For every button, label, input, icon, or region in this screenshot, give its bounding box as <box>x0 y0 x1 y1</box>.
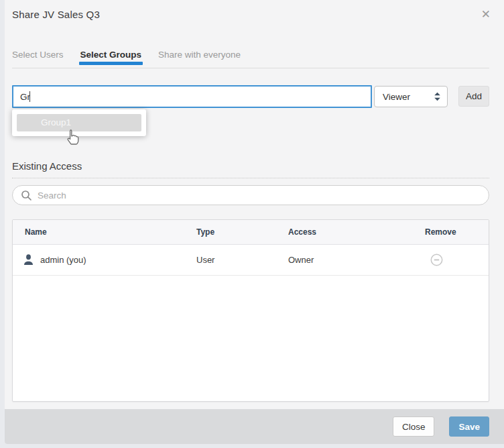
text-caret <box>29 91 30 102</box>
add-button[interactable]: Add <box>458 86 489 107</box>
search-box <box>12 185 489 205</box>
share-dialog: Share JV Sales Q3 ✕ Select Users Select … <box>5 0 504 444</box>
remove-cell <box>425 254 489 266</box>
access-entry-access: Owner <box>288 255 425 265</box>
access-table: Name Type Access Remove admin (you) User… <box>12 219 489 402</box>
group-search-input[interactable] <box>12 85 372 108</box>
close-icon[interactable]: ✕ <box>479 6 493 23</box>
save-button[interactable]: Save <box>449 416 489 437</box>
column-header-access: Access <box>288 227 425 237</box>
tab-bar: Select Users Select Groups Share with ev… <box>12 50 489 68</box>
access-entry-name: admin (you) <box>40 255 86 265</box>
role-select-value: Viewer <box>383 92 410 102</box>
suggestion-item[interactable]: Group1 <box>17 114 141 131</box>
search-input[interactable] <box>38 190 481 201</box>
name-cell: admin (you) <box>13 254 196 266</box>
column-header-name: Name <box>13 227 196 237</box>
dialog-header: Share JV Sales Q3 <box>12 0 489 20</box>
user-icon <box>23 254 34 266</box>
dialog-footer: Close Save <box>5 409 504 444</box>
table-header-row: Name Type Access Remove <box>13 220 489 245</box>
suggestions-dropdown: Group1 <box>12 109 146 136</box>
dialog-title: Share JV Sales Q3 <box>12 9 489 20</box>
group-input-wrap: Group1 <box>12 85 372 108</box>
column-header-remove: Remove <box>425 227 489 237</box>
close-button[interactable]: Close <box>393 416 435 437</box>
remove-icon[interactable] <box>430 254 443 266</box>
tab-select-groups[interactable]: Select Groups <box>80 50 142 68</box>
select-spinner-icon <box>434 92 441 101</box>
add-access-row: Group1 Viewer Add <box>12 85 489 108</box>
tab-share-with-everyone[interactable]: Share with everyone <box>158 50 241 68</box>
role-select[interactable]: Viewer <box>374 86 448 107</box>
column-header-type: Type <box>196 227 288 237</box>
access-entry-type: User <box>196 255 288 265</box>
existing-access-heading: Existing Access <box>12 160 489 178</box>
table-row: admin (you) User Owner <box>13 245 489 276</box>
search-icon <box>21 190 32 201</box>
tab-select-users[interactable]: Select Users <box>12 50 64 68</box>
